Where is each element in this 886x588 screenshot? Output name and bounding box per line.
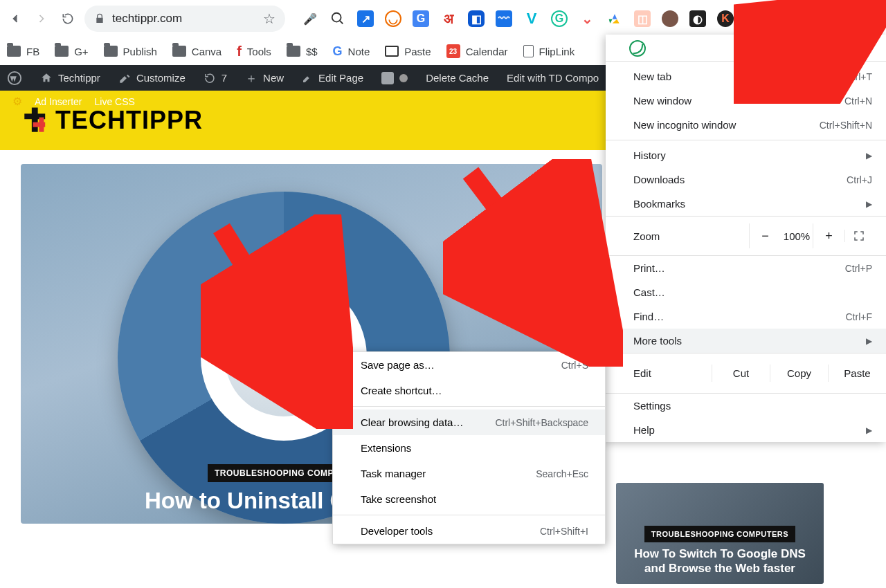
adinserter-bar: ⚙ Ad Inserter Live CSS bbox=[0, 91, 147, 112]
menu-label: Take screenshot bbox=[361, 493, 436, 505]
menu-label: Downloads bbox=[633, 174, 685, 185]
wp-delete-cache[interactable]: Delete Cache bbox=[426, 72, 489, 84]
folder-icon bbox=[172, 46, 186, 57]
menu-item-more-tools[interactable]: More tools▶ bbox=[606, 329, 886, 353]
edit-row: Edit Cut Copy Paste bbox=[606, 353, 886, 394]
wp-label: Edit with TD Compo bbox=[507, 72, 599, 84]
bookmark-item[interactable]: Paste bbox=[385, 46, 431, 57]
livecss-link[interactable]: Live CSS bbox=[94, 96, 134, 107]
zoom-out-button[interactable]: − bbox=[749, 223, 781, 248]
wp-site-name: Techtippr bbox=[58, 72, 100, 84]
address-bar[interactable]: techtippr.com ☆ bbox=[84, 6, 285, 32]
wp-logo[interactable] bbox=[7, 71, 22, 86]
chevron-right-icon: ▶ bbox=[866, 425, 872, 435]
submenu-take-screenshot[interactable]: Take screenshot bbox=[333, 486, 605, 512]
wp-updates[interactable]: 7 bbox=[204, 72, 227, 84]
extension-icon[interactable]: ◫ bbox=[634, 10, 651, 27]
bookmark-label: G+ bbox=[74, 46, 88, 57]
menu-item-bookmarks[interactable]: Bookmarks▶ bbox=[606, 192, 886, 216]
menu-item-find[interactable]: Find…Ctrl+F bbox=[606, 304, 886, 329]
menu-shortcut: Ctrl+P bbox=[845, 263, 872, 274]
mic-icon[interactable]: 🎤 bbox=[302, 10, 318, 27]
copy-button[interactable]: Copy bbox=[770, 365, 828, 382]
submenu-clear-browsing-data[interactable]: Clear browsing data…Ctrl+Shift+Backspace bbox=[333, 410, 605, 435]
article-title: How To Switch To Google DNS and Browse t… bbox=[626, 546, 814, 576]
menu-item-incognito[interactable]: New incognito windowCtrl+Shift+N bbox=[606, 113, 886, 137]
side-article[interactable]: TROUBLESHOOPING COMPUTERS How To Switch … bbox=[616, 483, 824, 584]
adinserter-link[interactable]: Ad Inserter bbox=[35, 96, 82, 107]
menu-label: Print… bbox=[633, 262, 665, 274]
extension-indicator-icon[interactable] bbox=[629, 40, 646, 57]
menu-item-downloads[interactable]: DownloadsCtrl+J bbox=[606, 167, 886, 192]
zoom-in-button[interactable]: + bbox=[813, 223, 844, 248]
extension-icon[interactable]: ↗ bbox=[357, 10, 374, 27]
wp-new[interactable]: ＋New bbox=[245, 70, 284, 86]
extension-icon[interactable]: K bbox=[717, 10, 734, 27]
bookmark-label: $$ bbox=[306, 46, 318, 57]
bookmark-item[interactable]: $$ bbox=[287, 46, 318, 57]
grammarly-icon[interactable]: G bbox=[551, 10, 568, 27]
menu-shortcut: Ctrl+Shift+Backspace bbox=[495, 417, 588, 428]
cut-button[interactable]: Cut bbox=[712, 365, 770, 382]
wp-td-composer[interactable]: Edit with TD Compo bbox=[507, 72, 599, 84]
menu-label: Bookmarks bbox=[633, 198, 685, 210]
bookmark-item[interactable]: fTools bbox=[237, 44, 271, 59]
back-button[interactable] bbox=[6, 9, 25, 28]
wp-site-link[interactable]: Techtippr bbox=[40, 72, 100, 84]
menu-label: Create shortcut… bbox=[361, 385, 442, 396]
menu-shortcut: Ctrl+Shift+I bbox=[540, 526, 588, 537]
extension-icon[interactable]: ◐ bbox=[689, 10, 706, 27]
devanagari-icon[interactable]: अ bbox=[440, 10, 457, 27]
pocket-icon[interactable]: ◡ bbox=[385, 10, 401, 27]
menu-item-print[interactable]: Print…Ctrl+P bbox=[606, 256, 886, 280]
menu-item-help[interactable]: Help▶ bbox=[606, 418, 886, 442]
gear-icon[interactable]: ⚙ bbox=[12, 95, 22, 108]
wp-customize[interactable]: Customize bbox=[118, 72, 186, 84]
search-icon[interactable] bbox=[329, 10, 346, 27]
extension-icon[interactable]: V bbox=[523, 10, 540, 27]
bookmark-item[interactable]: G+ bbox=[55, 46, 88, 57]
bookmark-label: Paste bbox=[404, 46, 431, 57]
bookmark-item[interactable]: 23Calendar bbox=[446, 44, 508, 58]
bookmark-item[interactable]: Publish bbox=[104, 46, 157, 57]
bookmark-item[interactable]: FB bbox=[7, 46, 39, 57]
submenu-create-shortcut[interactable]: Create shortcut… bbox=[333, 378, 605, 403]
menu-label: Settings bbox=[633, 400, 671, 412]
google-icon: G bbox=[333, 44, 343, 59]
annotation-arrow-bottom bbox=[201, 214, 353, 429]
menu-label: New tab bbox=[633, 71, 671, 82]
menu-item-settings[interactable]: Settings bbox=[606, 394, 886, 418]
google-translate-icon[interactable]: G bbox=[413, 10, 429, 27]
pocket-icon[interactable]: ⌄ bbox=[579, 10, 595, 27]
edit-label: Edit bbox=[633, 367, 712, 379]
forward-button[interactable] bbox=[32, 9, 51, 28]
extension-icon[interactable] bbox=[662, 10, 678, 27]
google-drive-icon[interactable] bbox=[606, 10, 623, 27]
submenu-developer-tools[interactable]: Developer toolsCtrl+Shift+I bbox=[333, 518, 605, 544]
extension-icon[interactable]: 〰 bbox=[496, 10, 512, 27]
extension-icon[interactable]: ◧ bbox=[468, 10, 485, 27]
bookmark-item[interactable]: Canva bbox=[172, 46, 222, 57]
chevron-right-icon: ▶ bbox=[866, 336, 872, 346]
wp-yoast[interactable] bbox=[381, 72, 408, 84]
zoom-label: Zoom bbox=[633, 230, 749, 242]
reload-button[interactable] bbox=[58, 9, 78, 28]
wp-label: Edit Page bbox=[318, 72, 363, 84]
submenu-task-manager[interactable]: Task managerSearch+Esc bbox=[333, 461, 605, 486]
more-tools-submenu: Save page as…Ctrl+S Create shortcut… Cle… bbox=[332, 351, 606, 544]
menu-label: History bbox=[633, 149, 666, 161]
bookmark-item[interactable]: GNote bbox=[333, 44, 370, 59]
wp-edit-page[interactable]: Edit Page bbox=[302, 72, 363, 84]
paste-button[interactable]: Paste bbox=[828, 365, 886, 382]
menu-item-history[interactable]: History▶ bbox=[606, 143, 886, 167]
folder-icon bbox=[55, 46, 69, 57]
bookmark-star-icon[interactable]: ☆ bbox=[263, 10, 275, 27]
submenu-extensions[interactable]: Extensions bbox=[333, 435, 605, 461]
menu-item-cast[interactable]: Cast… bbox=[606, 280, 886, 304]
fullscreen-icon[interactable] bbox=[844, 230, 872, 242]
screen-icon bbox=[385, 46, 399, 57]
site-icon: f bbox=[237, 44, 242, 59]
bookmark-item[interactable]: FlipLink bbox=[523, 45, 575, 57]
category-badge: TROUBLESHOOPING COMPUTERS bbox=[644, 526, 795, 542]
bookmark-label: Publish bbox=[123, 46, 157, 57]
